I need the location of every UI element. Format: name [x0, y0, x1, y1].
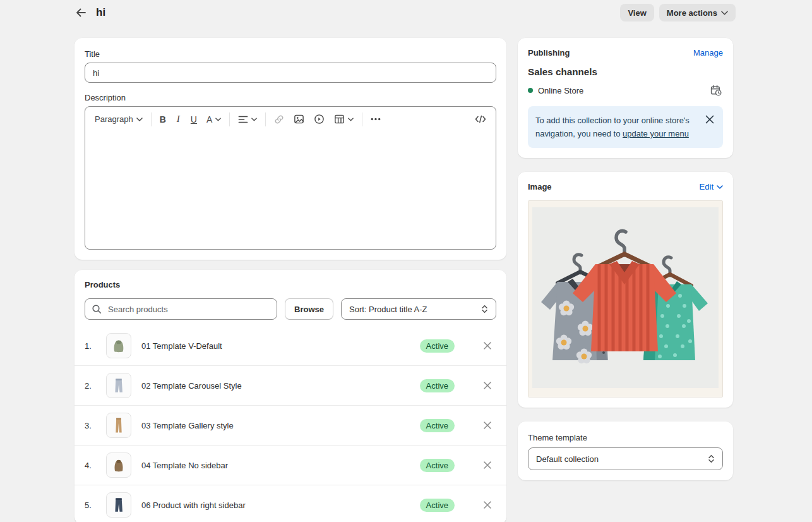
product-search — [85, 298, 277, 320]
product-index: 1. — [85, 341, 99, 351]
update-menu-link[interactable]: update your menu — [623, 129, 689, 138]
underline-button[interactable]: U — [186, 111, 201, 128]
manage-link[interactable]: Manage — [693, 48, 723, 58]
remove-product-button[interactable] — [481, 339, 494, 352]
publishing-card: Publishing Manage Sales channels Online … — [518, 38, 733, 158]
product-row: 3. 03 Template Gallery style Active — [75, 405, 506, 445]
product-title-link[interactable]: 04 Template No sidebar — [141, 461, 420, 470]
product-index: 5. — [85, 501, 99, 510]
theme-template-value: Default collection — [536, 454, 599, 464]
paragraph-style-label: Paragraph — [95, 114, 133, 124]
description-textarea[interactable] — [85, 131, 496, 239]
text-color-label: A — [206, 114, 212, 124]
image-icon — [294, 114, 304, 124]
code-icon — [475, 115, 486, 123]
status-badge: Active — [420, 419, 455, 432]
remove-product-button[interactable] — [481, 379, 494, 392]
alignment-button[interactable] — [234, 112, 261, 127]
toolbar-divider — [151, 112, 152, 126]
product-thumbnail-jeans-dark — [106, 492, 131, 518]
paragraph-style-dropdown[interactable]: Paragraph — [90, 111, 147, 127]
product-title-link[interactable]: 06 Product with right sidebar — [141, 501, 420, 510]
toolbar-divider — [229, 112, 230, 126]
chevron-down-icon — [717, 185, 723, 189]
editor-toolbar: Paragraph B I U A — [85, 107, 496, 131]
products-card: Products Browse Sort: Product title A-Z — [75, 270, 506, 522]
status-badge: Active — [420, 339, 455, 353]
text-color-button[interactable]: A — [202, 111, 225, 128]
sort-select-value: Sort: Product title A-Z — [349, 305, 427, 314]
schedule-publish-button[interactable] — [709, 83, 723, 97]
more-actions-label: More actions — [667, 8, 717, 18]
title-input[interactable] — [85, 63, 496, 83]
bold-button[interactable]: B — [155, 111, 170, 128]
arrow-left-icon — [75, 6, 87, 19]
close-icon — [484, 422, 491, 429]
more-actions-button[interactable]: More actions — [659, 4, 736, 21]
image-heading: Image — [528, 182, 552, 191]
more-formatting-button[interactable] — [366, 114, 385, 124]
sort-select[interactable]: Sort: Product title A-Z — [341, 298, 496, 320]
product-row: 5. 06 Product with right sidebar Active — [75, 485, 506, 522]
chevron-down-icon — [721, 11, 728, 15]
channel-name: Online Store — [538, 86, 583, 95]
chevron-down-icon — [215, 118, 221, 121]
details-card: Title Description Paragraph B I U — [75, 38, 506, 260]
product-thumbnail-hoodie-green — [106, 333, 131, 358]
browse-button[interactable]: Browse — [285, 298, 333, 320]
search-products-input[interactable] — [107, 304, 270, 315]
product-thumbnail-jeans-light — [106, 373, 131, 398]
close-icon — [484, 461, 491, 469]
link-button[interactable] — [270, 111, 289, 128]
insert-table-button[interactable] — [330, 111, 358, 128]
product-index: 2. — [85, 381, 99, 391]
chevron-down-icon — [348, 118, 354, 121]
back-button[interactable] — [71, 4, 91, 21]
remove-product-button[interactable] — [481, 459, 494, 471]
remove-product-button[interactable] — [481, 419, 494, 432]
chevron-down-icon — [251, 118, 257, 121]
chevron-down-icon — [136, 118, 143, 121]
remove-product-button[interactable] — [481, 499, 494, 511]
toolbar-divider — [265, 112, 266, 126]
show-html-button[interactable] — [470, 112, 491, 126]
edit-image-button[interactable]: Edit — [700, 182, 723, 191]
image-card: Image Edit — [518, 172, 733, 408]
more-horizontal-icon — [371, 118, 381, 121]
table-icon — [334, 114, 345, 124]
info-banner: To add this collection to your online st… — [528, 106, 723, 148]
product-row: 2. 02 Template Carousel Style Active — [75, 365, 506, 405]
search-icon — [92, 304, 102, 314]
toolbar-divider — [362, 112, 362, 126]
product-index: 3. — [85, 421, 99, 430]
theme-template-label: Theme template — [528, 433, 723, 442]
close-icon — [484, 342, 491, 349]
description-label: Description — [85, 93, 496, 102]
theme-template-select[interactable]: Default collection — [528, 447, 723, 470]
link-icon — [274, 114, 284, 124]
banner-close-button[interactable] — [704, 114, 715, 126]
insert-image-button[interactable] — [289, 111, 309, 128]
products-heading: Products — [75, 280, 506, 289]
updown-stepper-icon — [481, 305, 488, 313]
product-row: 4. 04 Template No sidebar Active — [75, 445, 506, 485]
insert-video-button[interactable] — [309, 111, 329, 128]
theme-template-card: Theme template Default collection — [518, 422, 733, 480]
publishing-heading: Publishing — [528, 48, 570, 58]
title-label: Title — [85, 49, 496, 59]
collection-image[interactable] — [528, 200, 723, 398]
view-button[interactable]: View — [620, 4, 654, 21]
product-list: 1. 01 Template V-Default Active 2. 0 — [75, 326, 506, 522]
description-editor: Paragraph B I U A — [85, 106, 496, 250]
italic-button[interactable]: I — [171, 111, 186, 128]
product-index: 4. — [85, 461, 99, 470]
close-icon — [484, 382, 491, 389]
topbar: hi View More actions — [0, 0, 812, 21]
align-left-icon — [238, 115, 248, 124]
product-thumbnail-pants-khaki — [106, 413, 131, 438]
product-title-link[interactable]: 02 Template Carousel Style — [141, 381, 420, 391]
product-title-link[interactable]: 03 Template Gallery style — [141, 421, 420, 430]
product-title-link[interactable]: 01 Template V-Default — [141, 341, 420, 351]
status-badge: Active — [420, 379, 455, 392]
close-icon — [484, 501, 491, 509]
